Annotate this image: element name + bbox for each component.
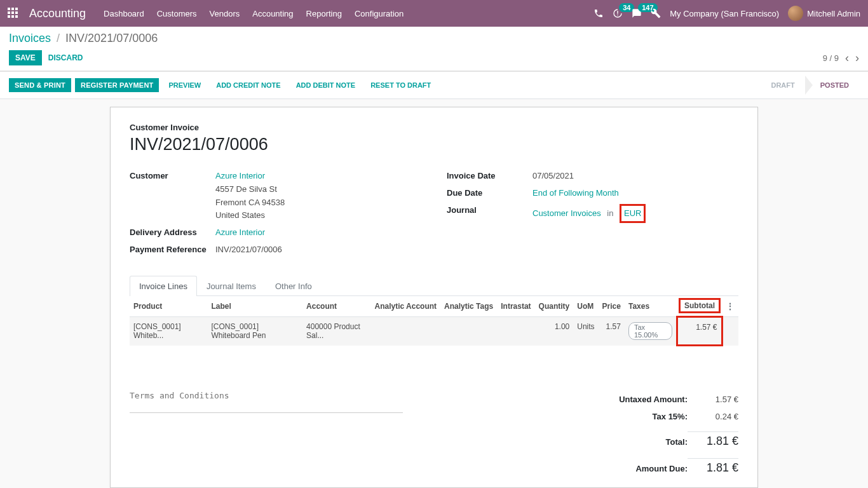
- tax-label: Tax 15%:: [653, 412, 688, 421]
- label-payment-reference: Payment Reference: [130, 243, 215, 257]
- tab-other-info[interactable]: Other Info: [266, 276, 322, 296]
- cell-label[interactable]: [CONS_0001] Whiteboard Pen: [207, 316, 302, 345]
- th-subtotal[interactable]: Subtotal: [679, 298, 721, 313]
- customer-addr1: 4557 De Silva St: [215, 184, 277, 194]
- th-label[interactable]: Label: [207, 296, 302, 317]
- pager-text: 9 / 9: [823, 53, 839, 63]
- apps-icon[interactable]: [8, 8, 19, 19]
- totals-block: Untaxed Amount: 1.57 € Tax 15%: 0.24 € T…: [535, 391, 738, 485]
- invoice-number: INV/2021/07/0006: [130, 135, 738, 154]
- messages-icon[interactable]: 147: [632, 8, 642, 18]
- brand-label[interactable]: Accounting: [29, 7, 86, 20]
- table-row[interactable]: [CONS_0001] Whiteb... [CONS_0001] Whiteb…: [130, 316, 738, 345]
- th-quantity[interactable]: Quantity: [535, 296, 574, 317]
- cell-uom[interactable]: Units: [573, 316, 598, 345]
- menu-configuration[interactable]: Configuration: [355, 9, 403, 18]
- column-menu-icon[interactable]: ⋮: [726, 301, 735, 311]
- cell-subtotal[interactable]: 1.57 €: [677, 316, 722, 345]
- status-posted[interactable]: POSTED: [810, 76, 859, 95]
- invoice-date-value: 07/05/2021: [532, 170, 738, 183]
- menu-vendors[interactable]: Vendors: [210, 9, 240, 18]
- breadcrumb-root[interactable]: Invoices: [9, 32, 51, 44]
- breadcrumb-current: INV/2021/07/0006: [65, 32, 158, 44]
- total-value: 1.81 €: [688, 431, 738, 448]
- due-date-link[interactable]: End of Following Month: [532, 188, 619, 198]
- tax-value: 0.24 €: [688, 412, 738, 421]
- breadcrumb: Invoices / INV/2021/07/0006: [9, 32, 859, 45]
- pager-prev-icon[interactable]: ‹: [845, 51, 849, 65]
- cell-account[interactable]: 400000 Product Sal...: [302, 316, 370, 345]
- menu-reporting[interactable]: Reporting: [306, 9, 342, 18]
- untaxed-label: Untaxed Amount:: [619, 395, 688, 404]
- top-navbar: Accounting Dashboard Customers Vendors A…: [0, 0, 868, 27]
- th-account[interactable]: Account: [302, 296, 370, 317]
- sheet-subtitle: Customer Invoice: [130, 123, 738, 132]
- amount-due-value: 1.81 €: [688, 458, 738, 475]
- status-draft[interactable]: DRAFT: [761, 76, 804, 95]
- reset-to-draft-button[interactable]: RESET TO DRAFT: [365, 78, 437, 92]
- user-name: Mitchell Admin: [807, 9, 860, 18]
- total-label: Total:: [666, 437, 688, 447]
- amount-due-label: Amount Due:: [635, 464, 688, 473]
- cell-taxes[interactable]: Tax 15.00%: [625, 316, 677, 345]
- invoice-lines-table: Product Label Account Analytic Account A…: [130, 296, 738, 346]
- menu-customers[interactable]: Customers: [157, 9, 197, 18]
- debug-icon[interactable]: [651, 8, 661, 18]
- cell-quantity[interactable]: 1.00: [535, 316, 574, 345]
- th-analytic-tags[interactable]: Analytic Tags: [440, 296, 497, 317]
- th-intrastat[interactable]: Intrastat: [497, 296, 534, 317]
- cell-analytic-account[interactable]: [371, 316, 441, 345]
- cell-price[interactable]: 1.57: [599, 316, 625, 345]
- breadcrumb-bar: Invoices / INV/2021/07/0006 SAVE DISCARD…: [0, 27, 868, 71]
- tax-pill: Tax 15.00%: [628, 322, 673, 340]
- company-selector[interactable]: My Company (San Francisco): [670, 9, 779, 18]
- th-analytic-account[interactable]: Analytic Account: [371, 296, 441, 317]
- cell-analytic-tags[interactable]: [440, 316, 497, 345]
- th-product[interactable]: Product: [130, 296, 207, 317]
- customer-addr2: Fremont CA 94538: [215, 198, 285, 207]
- tab-invoice-lines[interactable]: Invoice Lines: [130, 276, 197, 296]
- label-invoice-date: Invoice Date: [447, 170, 532, 183]
- form-sheet: Customer Invoice INV/2021/07/0006 Custom…: [110, 107, 758, 488]
- payment-reference-value: INV/2021/07/0006: [215, 243, 421, 257]
- status-bar: DRAFT POSTED: [761, 76, 859, 95]
- menu-dashboard[interactable]: Dashboard: [104, 9, 144, 18]
- th-taxes[interactable]: Taxes: [625, 296, 677, 317]
- label-due-date: Due Date: [447, 187, 532, 200]
- register-payment-button[interactable]: REGISTER PAYMENT: [75, 78, 159, 92]
- save-button[interactable]: SAVE: [9, 50, 42, 65]
- action-bar: SEND & PRINT REGISTER PAYMENT PREVIEW AD…: [0, 71, 868, 99]
- currency-highlight-box: EUR: [620, 204, 646, 224]
- main-scroll[interactable]: Customer Invoice INV/2021/07/0006 Custom…: [0, 99, 868, 488]
- cell-product[interactable]: [CONS_0001] Whiteb...: [130, 316, 207, 345]
- delivery-address-link[interactable]: Azure Interior: [215, 227, 265, 237]
- phone-icon[interactable]: [593, 8, 604, 18]
- untaxed-value: 1.57 €: [688, 395, 738, 404]
- label-journal: Journal: [447, 204, 532, 224]
- journal-link[interactable]: Customer Invoices: [532, 208, 601, 218]
- preview-button[interactable]: PREVIEW: [163, 78, 207, 92]
- customer-link[interactable]: Azure Interior: [215, 171, 265, 180]
- tab-journal-items[interactable]: Journal Items: [197, 276, 266, 296]
- pager-next-icon[interactable]: ›: [855, 51, 859, 65]
- main-menus: Dashboard Customers Vendors Accounting R…: [104, 9, 403, 18]
- send-print-button[interactable]: SEND & PRINT: [9, 78, 71, 92]
- terms-input[interactable]: [130, 391, 403, 413]
- journal-in-text: in: [607, 208, 613, 218]
- th-price[interactable]: Price: [599, 296, 625, 317]
- customer-addr3: United States: [215, 210, 265, 220]
- breadcrumb-separator: /: [57, 32, 60, 44]
- activity-icon[interactable]: 34: [613, 8, 623, 18]
- menu-accounting[interactable]: Accounting: [252, 9, 293, 18]
- tabs: Invoice Lines Journal Items Other Info: [130, 276, 738, 296]
- label-delivery-address: Delivery Address: [130, 226, 215, 240]
- cell-intrastat[interactable]: [497, 316, 534, 345]
- currency-link[interactable]: EUR: [624, 208, 641, 218]
- label-customer: Customer: [130, 170, 215, 222]
- add-credit-note-button[interactable]: ADD CREDIT NOTE: [210, 78, 286, 92]
- user-menu[interactable]: Mitchell Admin: [788, 6, 860, 21]
- th-uom[interactable]: UoM: [573, 296, 598, 317]
- discard-button[interactable]: DISCARD: [42, 50, 90, 65]
- add-debit-note-button[interactable]: ADD DEBIT NOTE: [290, 78, 362, 92]
- avatar: [788, 6, 803, 21]
